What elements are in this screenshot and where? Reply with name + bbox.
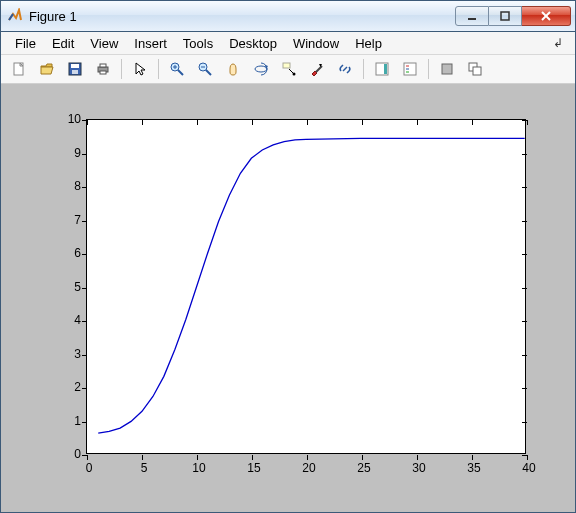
dock-arrow-icon[interactable]: ↲ bbox=[553, 36, 569, 50]
window-title: Figure 1 bbox=[29, 9, 455, 24]
y-tick bbox=[82, 422, 87, 423]
y-tick-label: 8 bbox=[59, 179, 81, 193]
toolbar-separator bbox=[363, 59, 364, 79]
y-tick bbox=[82, 154, 87, 155]
pointer-icon[interactable] bbox=[128, 57, 152, 81]
line-plot bbox=[87, 120, 525, 453]
x-tick bbox=[527, 455, 528, 460]
minimize-button[interactable] bbox=[455, 6, 489, 26]
y-tick bbox=[82, 187, 87, 188]
figure-window: Figure 1 File Edit View Insert Tools Des… bbox=[0, 0, 576, 513]
svg-rect-28 bbox=[384, 64, 387, 74]
show-tools-icon[interactable] bbox=[463, 57, 487, 81]
figure-canvas[interactable]: 0510152025303540012345678910 bbox=[1, 84, 575, 512]
x-tick-label: 30 bbox=[409, 461, 429, 475]
svg-text:▾: ▾ bbox=[319, 62, 322, 68]
y-tick bbox=[82, 288, 87, 289]
menu-view[interactable]: View bbox=[82, 34, 126, 53]
figure-toolbar: ▾ bbox=[1, 55, 575, 84]
y-tick bbox=[82, 355, 87, 356]
y-tick bbox=[82, 221, 87, 222]
x-tick bbox=[87, 455, 88, 460]
x-tick bbox=[252, 455, 253, 460]
svg-line-26 bbox=[343, 67, 347, 71]
menu-file[interactable]: File bbox=[7, 34, 44, 53]
x-tick bbox=[362, 455, 363, 460]
y-tick bbox=[82, 120, 87, 121]
pan-icon[interactable] bbox=[221, 57, 245, 81]
y-tick-label: 1 bbox=[59, 414, 81, 428]
y-tick-label: 5 bbox=[59, 280, 81, 294]
menu-bar: File Edit View Insert Tools Desktop Wind… bbox=[1, 32, 575, 55]
svg-point-23 bbox=[293, 73, 296, 76]
menu-edit[interactable]: Edit bbox=[44, 34, 82, 53]
axes[interactable]: 0510152025303540012345678910 bbox=[86, 119, 526, 454]
x-tick-label: 20 bbox=[299, 461, 319, 475]
brush-icon[interactable]: ▾ bbox=[305, 57, 329, 81]
hide-tools-icon[interactable] bbox=[435, 57, 459, 81]
save-icon[interactable] bbox=[63, 57, 87, 81]
svg-rect-8 bbox=[72, 70, 78, 74]
close-button[interactable] bbox=[522, 6, 571, 26]
x-tick-label: 35 bbox=[464, 461, 484, 475]
y-tick-label: 0 bbox=[59, 447, 81, 461]
y-tick-label: 3 bbox=[59, 347, 81, 361]
window-buttons bbox=[455, 6, 571, 26]
x-tick-label: 40 bbox=[519, 461, 539, 475]
y-tick-label: 4 bbox=[59, 313, 81, 327]
toolbar-separator bbox=[121, 59, 122, 79]
maximize-button[interactable] bbox=[489, 6, 522, 26]
y-tick bbox=[82, 388, 87, 389]
y-tick-label: 10 bbox=[59, 112, 81, 126]
link-icon[interactable] bbox=[333, 57, 357, 81]
svg-point-19 bbox=[255, 66, 267, 72]
zoom-out-icon[interactable] bbox=[193, 57, 217, 81]
x-tick bbox=[472, 455, 473, 460]
x-tick-label: 0 bbox=[79, 461, 99, 475]
x-tick-label: 10 bbox=[189, 461, 209, 475]
x-tick bbox=[307, 455, 308, 460]
open-file-icon[interactable] bbox=[35, 57, 59, 81]
x-tick-label: 5 bbox=[134, 461, 154, 475]
svg-line-13 bbox=[178, 70, 183, 75]
svg-rect-21 bbox=[283, 63, 290, 68]
svg-line-17 bbox=[206, 70, 211, 75]
insert-colorbar-icon[interactable] bbox=[370, 57, 394, 81]
x-tick bbox=[142, 455, 143, 460]
menu-insert[interactable]: Insert bbox=[126, 34, 175, 53]
svg-rect-10 bbox=[100, 64, 106, 67]
svg-rect-29 bbox=[404, 63, 416, 75]
x-tick-label: 25 bbox=[354, 461, 374, 475]
x-tick-label: 15 bbox=[244, 461, 264, 475]
menu-tools[interactable]: Tools bbox=[175, 34, 221, 53]
matlab-icon bbox=[7, 8, 23, 24]
new-file-icon[interactable] bbox=[7, 57, 31, 81]
y-tick bbox=[82, 254, 87, 255]
y-tick-label: 2 bbox=[59, 380, 81, 394]
y-tick-label: 9 bbox=[59, 146, 81, 160]
zoom-in-icon[interactable] bbox=[165, 57, 189, 81]
x-tick bbox=[197, 455, 198, 460]
svg-rect-35 bbox=[473, 67, 481, 75]
insert-legend-icon[interactable] bbox=[398, 57, 422, 81]
toolbar-separator bbox=[428, 59, 429, 79]
y-tick-label: 6 bbox=[59, 246, 81, 260]
x-tick bbox=[417, 455, 418, 460]
toolbar-separator bbox=[158, 59, 159, 79]
y-tick bbox=[82, 455, 87, 456]
print-icon[interactable] bbox=[91, 57, 115, 81]
menu-help[interactable]: Help bbox=[347, 34, 390, 53]
y-tick bbox=[82, 321, 87, 322]
rotate3d-icon[interactable] bbox=[249, 57, 273, 81]
menu-desktop[interactable]: Desktop bbox=[221, 34, 285, 53]
svg-rect-7 bbox=[71, 64, 79, 68]
y-tick-label: 7 bbox=[59, 213, 81, 227]
svg-rect-1 bbox=[501, 12, 509, 20]
menu-window[interactable]: Window bbox=[285, 34, 347, 53]
title-bar: Figure 1 bbox=[1, 1, 575, 32]
svg-rect-33 bbox=[442, 64, 452, 74]
data-cursor-icon[interactable] bbox=[277, 57, 301, 81]
svg-rect-11 bbox=[100, 71, 106, 74]
